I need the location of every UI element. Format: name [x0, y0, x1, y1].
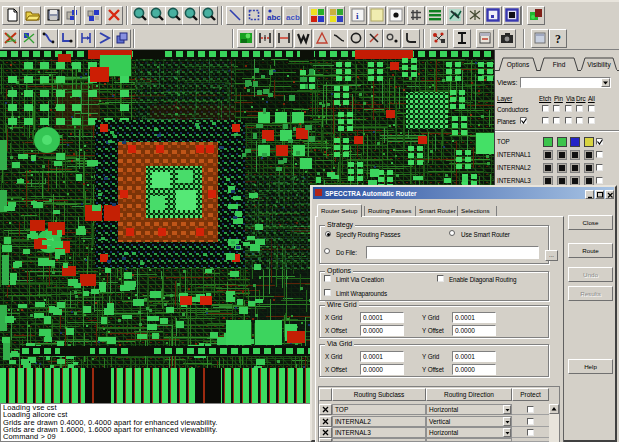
svg-text:?: ? [555, 32, 561, 46]
svg-text:acb: acb [286, 13, 300, 22]
svg-text:Find: Find [553, 61, 566, 68]
svg-text:Options: Options [507, 61, 530, 69]
svg-text:Visibility: Visibility [587, 61, 611, 69]
svg-text:abc: abc [267, 13, 281, 22]
